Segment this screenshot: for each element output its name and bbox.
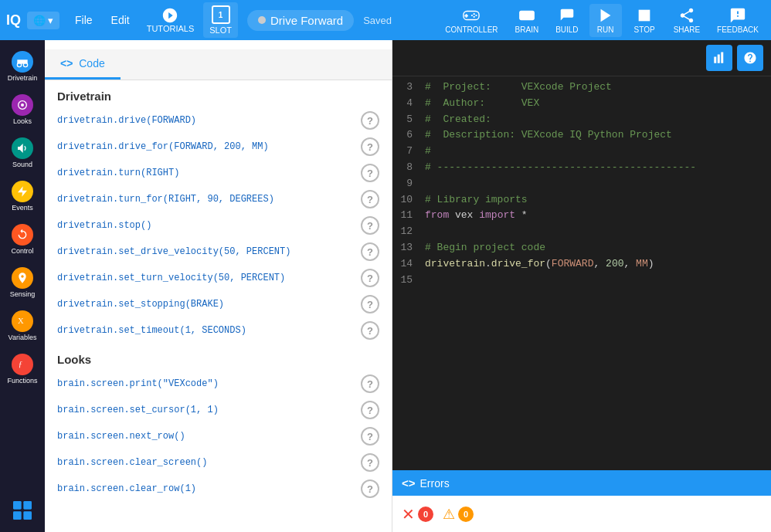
sidebar-item-sensing[interactable]: Sensing (2, 263, 42, 303)
block-set-stopping[interactable]: drivetrain.set_stopping(BRAKE) ? (45, 291, 392, 317)
left-sidebar: Drivetrain Looks Sound (0, 40, 45, 532)
variables-icon-circle: X (12, 310, 33, 332)
help-button-stop[interactable]: ? (361, 216, 379, 235)
code-line-14: 14 drivetrain.drive_for(FORWARD, 200, MM… (392, 256, 771, 273)
help-button-set-drive-vel[interactable]: ? (361, 242, 379, 261)
help-icon (743, 51, 757, 65)
controller-button[interactable]: CONTROLLER (439, 4, 504, 37)
code-area[interactable]: 3 # Project: VEXcode Project 4 # Author:… (392, 76, 771, 470)
block-clear-row[interactable]: brain.screen.clear_row(1) ? (45, 476, 392, 502)
sidebar-item-functions[interactable]: ƒ Functions (2, 349, 42, 389)
toolbar-right-group: CONTROLLER BRAIN BUILD RUN (439, 4, 765, 37)
controller-label: CONTROLLER (445, 25, 498, 34)
globe-button[interactable]: 🌐 ▾ (27, 12, 59, 29)
file-menu[interactable]: File (67, 9, 100, 31)
block-code-next-row: brain.screen.next_row() (57, 431, 361, 442)
warning-triangle-icon: ⚠ (443, 506, 455, 523)
toolbar: IQ 🌐 ▾ File Edit TUTORIALS 1 SLOT Drive … (0, 0, 771, 40)
code-line-11: 11 from vex import * (392, 208, 771, 224)
help-button-set-cursor[interactable]: ? (361, 401, 379, 419)
blocks-panel: <> Code Drivetrain drivetrain.drive(FORW… (45, 40, 392, 532)
variables-icon: X (16, 315, 29, 327)
sidebar-item-control[interactable]: Control (2, 219, 42, 259)
help-button-turn-for[interactable]: ? (361, 190, 379, 208)
svg-rect-24 (23, 511, 32, 520)
functions-icon-circle: ƒ (12, 354, 33, 375)
block-turn-for[interactable]: drivetrain.turn_for(RIGHT, 90, DEGREES) … (45, 186, 392, 212)
block-set-cursor[interactable]: brain.screen.set_cursor(1, 1) ? (45, 397, 392, 423)
brain-button[interactable]: BRAIN (509, 4, 545, 37)
code-line-8: 8 # ------------------------------------… (392, 160, 771, 176)
block-next-row[interactable]: brain.screen.next_row() ? (45, 423, 392, 449)
block-code-set-timeout: drivetrain.set_timeout(1, SECONDS) (57, 325, 361, 336)
code-line-12: 12 (392, 224, 771, 240)
svg-marker-17 (18, 144, 23, 153)
help-button-drive-forward[interactable]: ? (361, 111, 379, 130)
svg-text:ƒ: ƒ (19, 360, 22, 368)
svg-rect-22 (23, 501, 32, 510)
block-set-timeout[interactable]: drivetrain.set_timeout(1, SECONDS) ? (45, 317, 392, 344)
help-button-drive-for[interactable]: ? (361, 137, 379, 156)
sidebar-item-events[interactable]: Events (2, 176, 42, 216)
help-button-set-turn-vel[interactable]: ? (361, 269, 379, 287)
build-button[interactable]: BUILD (549, 4, 584, 37)
block-clear-screen[interactable]: brain.screen.clear_screen() ? (45, 449, 392, 476)
run-button[interactable]: RUN (589, 4, 622, 37)
help-button-clear-row[interactable]: ? (361, 479, 379, 498)
svg-point-16 (21, 103, 24, 107)
code-line-9: 9 (392, 176, 771, 192)
help-button-set-stopping[interactable]: ? (361, 295, 379, 313)
tab-code[interactable]: <> Code (45, 49, 121, 80)
tutorials-button[interactable]: TUTORIALS (141, 4, 201, 36)
edit-menu[interactable]: Edit (104, 9, 138, 31)
svg-rect-26 (718, 55, 720, 63)
block-drive-for[interactable]: drivetrain.drive_for(FORWARD, 200, MM) ? (45, 134, 392, 160)
block-code-set-stopping: drivetrain.set_stopping(BRAKE) (57, 299, 361, 310)
code-toolbar (392, 40, 771, 76)
sound-icon-circle (12, 137, 33, 159)
help-button-print[interactable]: ? (361, 374, 379, 393)
feedback-button[interactable]: FEEDBACK (711, 4, 765, 37)
looks-section-header: Looks (45, 347, 392, 371)
drivetrain-icon-circle (12, 51, 33, 73)
share-button[interactable]: SHARE (667, 4, 706, 37)
brain-label: BRAIN (515, 25, 539, 34)
sidebar-item-sound[interactable]: Sound (2, 133, 42, 173)
code-icon: <> (60, 57, 73, 69)
project-dot (258, 16, 266, 24)
control-icon-circle (12, 224, 33, 246)
stop-button[interactable]: STOP (627, 4, 663, 37)
run-icon (597, 7, 614, 24)
block-drive-forward[interactable]: drivetrain.drive(FORWARD) ? (45, 107, 392, 134)
block-turn[interactable]: drivetrain.turn(RIGHT) ? (45, 160, 392, 186)
tab-code-label: Code (79, 57, 104, 69)
feedback-icon (729, 7, 746, 24)
stats-button[interactable] (706, 45, 732, 71)
blocks-icon (10, 498, 35, 523)
help-button-turn[interactable]: ? (361, 164, 379, 182)
slot-button[interactable]: 1 SLOT (203, 2, 238, 38)
sidebar-item-variables[interactable]: X Variables (2, 306, 42, 346)
block-stop[interactable]: drivetrain.stop() ? (45, 212, 392, 239)
tab-bar: <> Code (45, 49, 392, 80)
sidebar-item-drivetrain[interactable]: Drivetrain (2, 46, 42, 86)
block-set-drive-vel[interactable]: drivetrain.set_drive_velocity(50, PERCEN… (45, 239, 392, 265)
sidebar-bottom-button[interactable] (10, 498, 35, 526)
help-button-clear-screen[interactable]: ? (361, 453, 379, 472)
events-icon-circle (12, 181, 33, 202)
error-code-icon: <> (402, 476, 416, 490)
block-set-turn-vel[interactable]: drivetrain.set_turn_velocity(50, PERCENT… (45, 265, 392, 291)
block-code-turn: drivetrain.turn(RIGHT) (57, 168, 361, 178)
help-button[interactable] (737, 45, 763, 71)
share-icon (678, 7, 695, 24)
drivetrain-section-header: Drivetrain (45, 83, 392, 107)
warning-count: 0 (458, 507, 474, 522)
sidebar-item-looks[interactable]: Looks (2, 90, 42, 130)
block-code-stop: drivetrain.stop() (57, 220, 361, 231)
looks-icon-circle (12, 94, 33, 116)
help-button-set-timeout[interactable]: ? (361, 321, 379, 340)
code-line-5: 5 # Created: (392, 112, 771, 128)
help-button-next-row[interactable]: ? (361, 427, 379, 446)
error-panel: <> Errors ✕ 0 ⚠ 0 (392, 470, 771, 532)
block-print[interactable]: brain.screen.print("VEXcode") ? (45, 371, 392, 397)
